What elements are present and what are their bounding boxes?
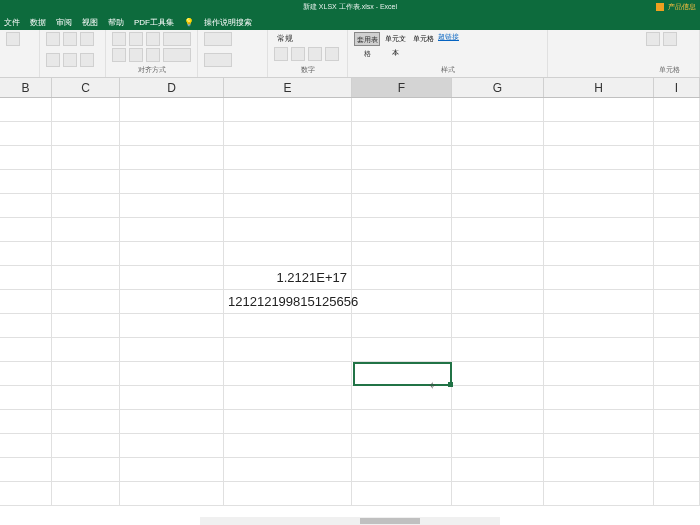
menu-review[interactable]: 审阅 [56, 17, 72, 28]
cell-F7[interactable] [352, 242, 452, 265]
cell-D9[interactable] [120, 290, 224, 313]
cell-I1[interactable] [654, 98, 700, 121]
cell-G12[interactable] [452, 362, 544, 385]
cell-D16[interactable] [120, 458, 224, 481]
menu-pdf[interactable]: PDF工具集 [134, 17, 174, 28]
bold-button[interactable] [46, 32, 60, 46]
italic-button[interactable] [63, 32, 77, 46]
cell-C2[interactable] [52, 122, 120, 145]
cell-E10[interactable] [224, 314, 352, 337]
cell-H3[interactable] [544, 146, 654, 169]
cell-C4[interactable] [52, 170, 120, 193]
cell-E1[interactable] [224, 98, 352, 121]
cell-B8[interactable] [0, 266, 52, 289]
cell-E17[interactable] [224, 482, 352, 505]
cell-I3[interactable] [654, 146, 700, 169]
cell-D6[interactable] [120, 218, 224, 241]
cell-B13[interactable] [0, 386, 52, 409]
cell-F8[interactable] [352, 266, 452, 289]
cell-C10[interactable] [52, 314, 120, 337]
cell-E13[interactable] [224, 386, 352, 409]
cell-I6[interactable] [654, 218, 700, 241]
cell-G14[interactable] [452, 410, 544, 433]
menu-data[interactable]: 数据 [30, 17, 46, 28]
cell-G2[interactable] [452, 122, 544, 145]
cell-F17[interactable] [352, 482, 452, 505]
menu-search[interactable]: 操作说明搜索 [204, 17, 252, 28]
cell-E12[interactable] [224, 362, 352, 385]
cell-B2[interactable] [0, 122, 52, 145]
cell-D2[interactable] [120, 122, 224, 145]
cell-B4[interactable] [0, 170, 52, 193]
cell-H7[interactable] [544, 242, 654, 265]
cell-I16[interactable] [654, 458, 700, 481]
cell-H15[interactable] [544, 434, 654, 457]
menu-help[interactable]: 帮助 [108, 17, 124, 28]
cell-F13[interactable] [352, 386, 452, 409]
cell-F4[interactable] [352, 170, 452, 193]
cell-I12[interactable] [654, 362, 700, 385]
cell-F9[interactable] [352, 290, 452, 313]
column-header-C[interactable]: C [52, 78, 120, 97]
cell-H4[interactable] [544, 170, 654, 193]
cell-C3[interactable] [52, 146, 120, 169]
cell-D17[interactable] [120, 482, 224, 505]
cell-H13[interactable] [544, 386, 654, 409]
cell-C15[interactable] [52, 434, 120, 457]
cell-G9[interactable] [452, 290, 544, 313]
cell-G8[interactable] [452, 266, 544, 289]
wrap-text-button[interactable] [163, 32, 191, 46]
column-header-F[interactable]: F [352, 78, 452, 97]
column-header-I[interactable]: I [654, 78, 700, 97]
cell-B3[interactable] [0, 146, 52, 169]
cell-F1[interactable] [352, 98, 452, 121]
align-bottom-button[interactable] [146, 32, 160, 46]
align-left-button[interactable] [112, 48, 126, 62]
cell-B7[interactable] [0, 242, 52, 265]
number-format-dropdown[interactable]: 常规 [274, 32, 341, 45]
cell-C9[interactable] [52, 290, 120, 313]
cell-C16[interactable] [52, 458, 120, 481]
cell-E3[interactable] [224, 146, 352, 169]
cell-I9[interactable] [654, 290, 700, 313]
cell-G10[interactable] [452, 314, 544, 337]
cell-F15[interactable] [352, 434, 452, 457]
cell-B15[interactable] [0, 434, 52, 457]
insert-cells-button[interactable] [646, 32, 660, 46]
cell-I11[interactable] [654, 338, 700, 361]
cell-I4[interactable] [654, 170, 700, 193]
cell-B5[interactable] [0, 194, 52, 217]
cell-B9[interactable] [0, 290, 52, 313]
cell-E2[interactable] [224, 122, 352, 145]
cell-B1[interactable] [0, 98, 52, 121]
delete-cells-button[interactable] [663, 32, 677, 46]
cell-H9[interactable] [544, 290, 654, 313]
cell-F11[interactable] [352, 338, 452, 361]
cell-C13[interactable] [52, 386, 120, 409]
cell-G11[interactable] [452, 338, 544, 361]
cell-D7[interactable] [120, 242, 224, 265]
cell-F16[interactable] [352, 458, 452, 481]
cell-H1[interactable] [544, 98, 654, 121]
cell-D4[interactable] [120, 170, 224, 193]
cell-E16[interactable] [224, 458, 352, 481]
column-header-B[interactable]: B [0, 78, 52, 97]
cell-G6[interactable] [452, 218, 544, 241]
cell-D13[interactable] [120, 386, 224, 409]
cell-C7[interactable] [52, 242, 120, 265]
cell-E11[interactable] [224, 338, 352, 361]
align-right-button[interactable] [146, 48, 160, 62]
cell-C1[interactable] [52, 98, 120, 121]
fill-color-button[interactable] [63, 53, 77, 67]
merge-button[interactable] [163, 48, 191, 62]
cell-H8[interactable] [544, 266, 654, 289]
cell-H12[interactable] [544, 362, 654, 385]
cell-G15[interactable] [452, 434, 544, 457]
cell-H14[interactable] [544, 410, 654, 433]
warning-icon[interactable] [656, 3, 664, 11]
cell-I17[interactable] [654, 482, 700, 505]
column-header-D[interactable]: D [120, 78, 224, 97]
cell-H10[interactable] [544, 314, 654, 337]
cell-E14[interactable] [224, 410, 352, 433]
cell-C6[interactable] [52, 218, 120, 241]
